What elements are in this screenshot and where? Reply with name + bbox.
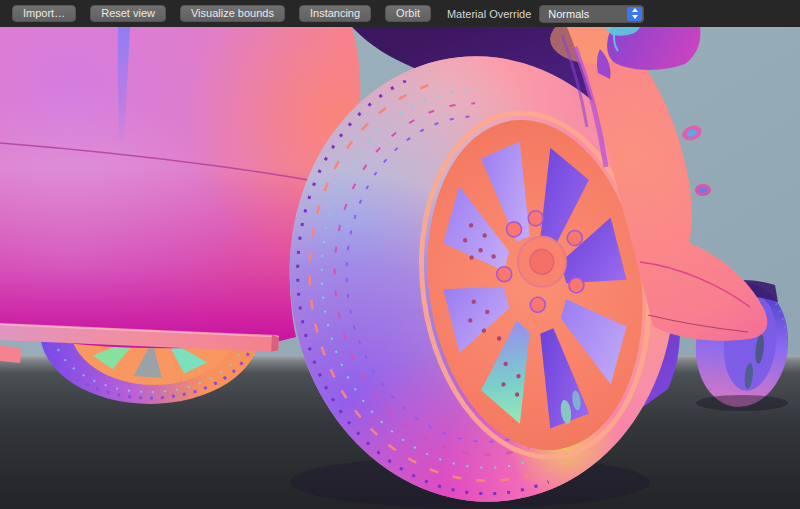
scene-canvas	[0, 27, 800, 509]
material-override-value: Normals	[548, 8, 589, 20]
import-button[interactable]: Import…	[12, 5, 76, 22]
instancing-button[interactable]: Instancing	[299, 5, 371, 22]
orbit-button[interactable]: Orbit	[385, 5, 431, 22]
toolbar: Import… Reset view Visualize bounds Inst…	[0, 0, 800, 27]
dropdown-stepper-icon	[627, 7, 642, 21]
visualize-bounds-button[interactable]: Visualize bounds	[180, 5, 285, 22]
reset-view-button[interactable]: Reset view	[90, 5, 166, 22]
viewport-3d[interactable]	[0, 27, 800, 509]
front-wheel-shadow	[696, 395, 788, 411]
material-override-select[interactable]: Normals	[539, 5, 644, 23]
material-override-label: Material Override	[447, 8, 531, 20]
